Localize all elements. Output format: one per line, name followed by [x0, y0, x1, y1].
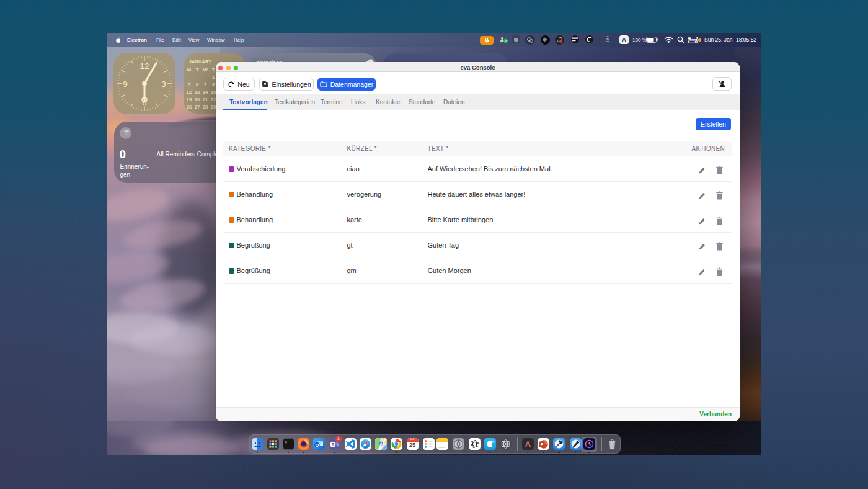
svg-text:8: 8 — [212, 82, 215, 87]
svg-text:M: M — [187, 67, 191, 73]
svg-text:22: 22 — [211, 97, 216, 102]
svg-text:T: T — [212, 67, 215, 73]
svg-text:1: 1 — [212, 74, 215, 80]
svg-text:5: 5 — [188, 82, 191, 87]
svg-text:9: 9 — [123, 79, 128, 89]
svg-text:29: 29 — [211, 104, 216, 110]
svg-text:O: O — [316, 442, 319, 448]
svg-text:A: A — [379, 442, 383, 446]
svg-text:7: 7 — [204, 82, 206, 87]
svg-text:21: 21 — [203, 97, 208, 102]
svg-text:P: P — [541, 442, 544, 447]
svg-text:T: T — [196, 67, 199, 73]
svg-text:W: W — [203, 67, 208, 73]
svg-text:13: 13 — [195, 89, 200, 95]
svg-text:19: 19 — [187, 97, 192, 102]
svg-text:26: 26 — [187, 104, 192, 110]
svg-text:27: 27 — [195, 104, 200, 110]
svg-text:14: 14 — [203, 89, 208, 95]
svg-text:20: 20 — [195, 97, 200, 102]
svg-text:T: T — [332, 442, 334, 447]
svg-text:3: 3 — [161, 79, 166, 89]
svg-text:28: 28 — [203, 104, 208, 110]
svg-text:6: 6 — [196, 82, 198, 87]
svg-text:12: 12 — [187, 89, 192, 95]
svg-text:12: 12 — [140, 61, 149, 71]
